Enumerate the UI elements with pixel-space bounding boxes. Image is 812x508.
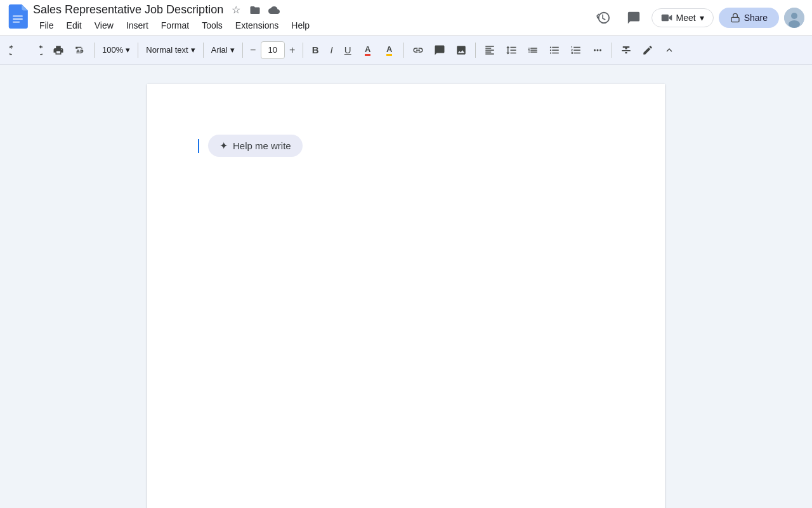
divider-4 [242, 43, 243, 58]
font-size-increase-button[interactable]: + [286, 41, 299, 59]
svg-rect-0 [13, 15, 23, 17]
divider-7 [475, 43, 476, 58]
highlight-color-button[interactable]: A [379, 40, 400, 60]
paint-format-button[interactable] [70, 40, 90, 60]
font-label: Arial [211, 45, 228, 55]
cursor-line: ✦ Help me write [198, 135, 614, 157]
share-label: Share [744, 13, 768, 23]
document-area: ✦ Help me write [0, 65, 812, 508]
bold-button[interactable]: B [307, 40, 324, 60]
menu-bar: File Edit View Insert Format Tools Exten… [33, 18, 586, 33]
sparkle-icon: ✦ [219, 140, 228, 152]
divider-6 [403, 43, 404, 58]
google-docs-icon [8, 4, 28, 31]
text-style-selector[interactable]: Normal text ▾ [142, 40, 199, 60]
more-button[interactable] [587, 40, 608, 60]
menu-insert[interactable]: Insert [120, 18, 155, 33]
menu-file[interactable]: File [33, 18, 60, 33]
divider-3 [203, 43, 204, 58]
toolbar: 100% ▾ Normal text ▾ Arial ▾ − + B I U A… [0, 36, 812, 65]
star-button[interactable]: ☆ [228, 3, 244, 18]
font-selector[interactable]: Arial ▾ [207, 40, 239, 60]
zoom-dropdown-icon: ▾ [126, 45, 130, 55]
undo-button[interactable] [5, 40, 25, 60]
cloud-save-button[interactable] [266, 3, 282, 18]
text-style-dropdown-icon: ▾ [191, 45, 195, 55]
editing-pen-button[interactable] [638, 40, 658, 60]
checklist-button[interactable] [523, 40, 543, 60]
text-style-label: Normal text [146, 45, 188, 55]
underline-button[interactable]: U [339, 40, 357, 60]
header-right: Meet ▾ Share [591, 5, 804, 30]
meet-dropdown-icon: ▾ [700, 13, 704, 23]
title-bar: Sales Representative Job Description ☆ F… [0, 0, 812, 36]
help-me-write-label: Help me write [233, 140, 291, 151]
svg-rect-3 [661, 14, 668, 21]
svg-rect-1 [13, 18, 23, 20]
meet-label: Meet [676, 13, 696, 23]
meet-button[interactable]: Meet ▾ [652, 8, 714, 27]
font-dropdown-icon: ▾ [230, 45, 235, 55]
link-button[interactable] [408, 40, 428, 60]
menu-help[interactable]: Help [285, 18, 316, 33]
redo-button[interactable] [27, 40, 47, 60]
doc-title-row: Sales Representative Job Description ☆ [33, 3, 586, 18]
comment-button[interactable] [429, 40, 450, 60]
menu-format[interactable]: Format [155, 18, 195, 33]
numbered-list-button[interactable] [566, 40, 586, 60]
font-size-input[interactable] [261, 41, 285, 59]
zoom-label: 100% [102, 45, 123, 55]
divider-5 [303, 43, 303, 58]
title-icons: ☆ [228, 3, 282, 18]
svg-rect-2 [13, 21, 20, 22]
history-button[interactable] [591, 5, 616, 30]
menu-edit[interactable]: Edit [60, 18, 88, 33]
italic-button[interactable]: I [325, 40, 338, 60]
folder-button[interactable] [247, 3, 263, 18]
share-button[interactable]: Share [719, 8, 779, 28]
align-button[interactable] [480, 40, 500, 60]
zoom-selector[interactable]: 100% ▾ [98, 40, 134, 60]
svg-point-6 [791, 13, 797, 19]
user-avatar[interactable] [784, 8, 804, 28]
menu-extensions[interactable]: Extensions [229, 18, 285, 33]
strikethrough-button[interactable] [616, 40, 636, 60]
bullet-list-button[interactable] [544, 40, 565, 60]
svg-rect-4 [731, 17, 739, 22]
divider-2 [138, 43, 138, 58]
line-spacing-button[interactable] [501, 40, 521, 60]
menu-tools[interactable]: Tools [195, 18, 229, 33]
help-me-write-button[interactable]: ✦ Help me write [208, 135, 303, 157]
title-section: Sales Representative Job Description ☆ F… [33, 3, 586, 33]
text-color-button[interactable]: A [358, 40, 378, 60]
comments-button[interactable] [621, 5, 646, 30]
divider-8 [612, 43, 612, 58]
menu-view[interactable]: View [88, 18, 120, 33]
image-button[interactable] [451, 40, 471, 60]
text-cursor [198, 139, 199, 153]
print-button[interactable] [48, 40, 69, 60]
collapse-toolbar-button[interactable] [659, 40, 679, 60]
font-size-decrease-button[interactable]: − [247, 41, 259, 59]
svg-point-7 [789, 20, 800, 28]
divider-1 [94, 43, 95, 58]
document-title[interactable]: Sales Representative Job Description [33, 3, 223, 17]
document-page[interactable]: ✦ Help me write [147, 84, 665, 508]
